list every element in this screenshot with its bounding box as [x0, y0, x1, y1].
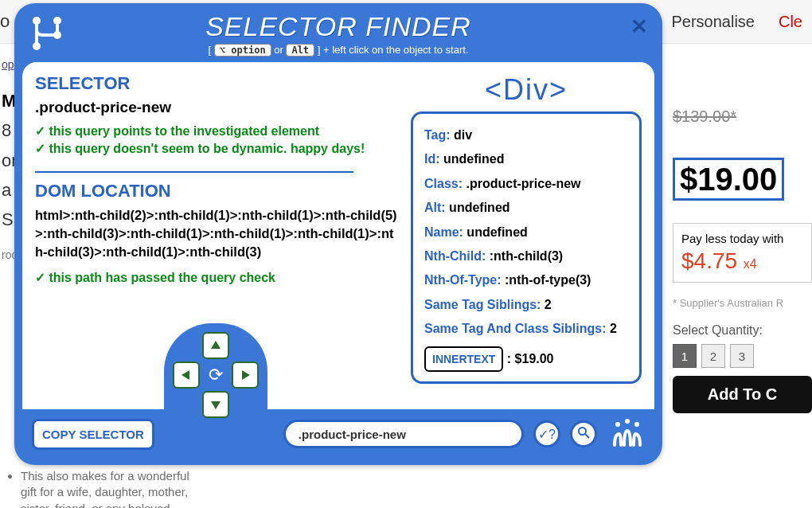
detail-row: Nth-Child: :nth-child(3) [424, 244, 628, 268]
popup-body: SELECTOR .product-price-new this query p… [22, 62, 654, 409]
price-current: $19.00 [673, 158, 784, 201]
popup-footer: COPY SELECTOR ✓? [22, 409, 654, 459]
refresh-icon: ⟳ [209, 365, 223, 385]
price-old: $139.00* [673, 107, 812, 126]
svg-marker-4 [211, 341, 221, 349]
close-icon[interactable]: ✕ [630, 14, 648, 39]
check-selector-static: this query doesn't seem to be dynamic. h… [35, 140, 401, 158]
key-option: ⌥ option [214, 44, 271, 57]
innertext-row: INNERTEXT : $19.00 [424, 346, 628, 373]
svg-line-9 [585, 434, 589, 438]
nav-left-button[interactable] [173, 361, 200, 389]
installment-amount: $4.75 x4 [681, 248, 803, 274]
nav-personalise[interactable]: Personalise [671, 13, 755, 31]
popup-header: SELECTOR FINDER [ ⌥ option or Alt ] + le… [22, 11, 654, 62]
add-to-cart-button[interactable]: Add To C [673, 376, 812, 413]
qty-label: Select Quantity: [673, 323, 812, 338]
svg-point-11 [625, 419, 630, 424]
payless-label: Pay less today with [681, 232, 803, 245]
element-details-panel: Tag: div Id: undefined Class: .product-p… [411, 111, 642, 384]
verify-button[interactable]: ✓? [533, 420, 560, 447]
key-alt: Alt [286, 44, 314, 57]
svg-marker-7 [211, 401, 221, 409]
detail-row: Same Tag Siblings: 2 [424, 293, 628, 317]
svg-point-12 [634, 422, 639, 427]
nav-right-button[interactable] [232, 361, 259, 389]
svg-marker-6 [242, 370, 250, 380]
check-selector-points: this query points to the investigated el… [35, 123, 401, 140]
supplier-note: * Supplier's Australian R [673, 297, 812, 309]
search-icon [577, 426, 590, 442]
qty-row: 1 2 3 [673, 344, 812, 368]
selector-finder-popup: SELECTOR FINDER [ ⌥ option or Alt ] + le… [14, 3, 662, 465]
bullet-line: This also makes for a wonderful [21, 468, 189, 484]
svg-point-8 [579, 428, 586, 435]
copy-selector-button[interactable]: COPY SELECTOR [32, 419, 154, 450]
detail-row: Same Tag And Class Siblings: 2 [424, 317, 628, 341]
detail-row: Class: .product-price-new [424, 172, 628, 196]
dom-path: html>:nth-child(2)>:nth-child(1)>:nth-ch… [35, 206, 401, 261]
check-icon: ✓? [538, 427, 556, 442]
inspected-tagname: <Div> [411, 73, 642, 107]
innertext-value: $19.00 [515, 352, 554, 365]
chevron-right-icon [239, 369, 252, 381]
detail-row: Id: undefined [424, 147, 628, 171]
detail-row: Tag: div [424, 123, 628, 147]
nav-up-button[interactable] [202, 332, 229, 359]
check-dom-path: this path has passed the query check [35, 269, 401, 287]
brand-splash-icon [610, 418, 645, 450]
nav-clear[interactable]: Cle [779, 13, 802, 31]
nav-reset-button[interactable]: ⟳ [202, 361, 229, 389]
qty-option-2[interactable]: 2 [701, 344, 725, 368]
detail-row: Name: undefined [424, 221, 628, 244]
logo-icon [27, 13, 67, 53]
detail-row: Nth-Of-Type: :nth-of-type(3) [424, 268, 628, 292]
payless-box: Pay less today with $4.75 x4 [673, 223, 812, 283]
selector-input[interactable] [283, 420, 524, 448]
popup-hint: [ ⌥ option or Alt ] + left click on the … [22, 44, 654, 57]
selector-value: .product-price-new [35, 99, 401, 116]
search-button[interactable] [570, 420, 597, 447]
qty-option-1[interactable]: 1 [673, 344, 697, 368]
divider [35, 171, 353, 173]
chevron-up-icon [209, 339, 222, 352]
detail-row: Alt: undefined [424, 196, 628, 220]
chevron-left-icon [180, 369, 193, 381]
header-fragment: o [0, 11, 10, 32]
dom-heading: DOM LOCATION [35, 181, 401, 201]
product-bullets: This also makes for a wonderful gift for… [10, 468, 189, 508]
svg-point-10 [615, 422, 620, 427]
price-column: $139.00* $19.00 Pay less today with $4.7… [673, 107, 812, 413]
popup-title: SELECTOR FINDER [22, 11, 654, 42]
right-pane: <Div> Tag: div Id: undefined Class: .pro… [411, 73, 642, 398]
qty-option-3[interactable]: 3 [730, 344, 754, 368]
selector-heading: SELECTOR [35, 73, 401, 94]
innertext-label: INNERTEXT [424, 346, 503, 373]
svg-marker-5 [182, 370, 189, 380]
